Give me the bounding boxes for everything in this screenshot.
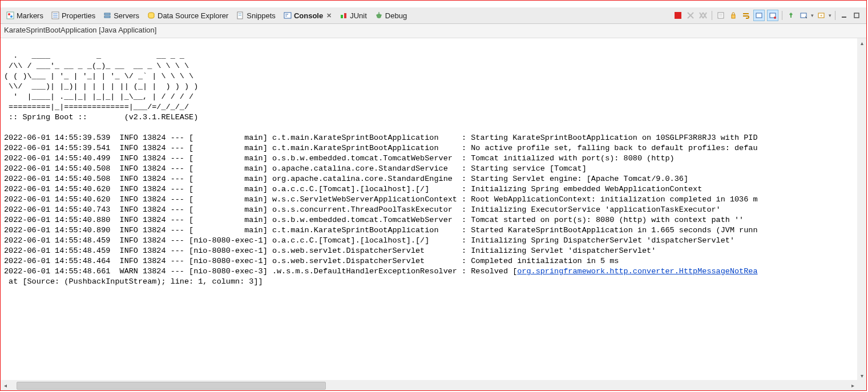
svg-rect-16 — [341, 15, 343, 18]
tab-debug[interactable]: Debug — [372, 10, 410, 21]
console-viewport[interactable]: . ____ _ __ _ _ /\\ / ___'_ __ _ _(_)_ _… — [1, 38, 857, 380]
tab-label: JUnit — [350, 11, 367, 20]
scroll-lock-button[interactable] — [728, 10, 738, 21]
show-console-on-error-button[interactable] — [767, 10, 778, 21]
svg-rect-13 — [284, 13, 291, 18]
scroll-track[interactable] — [10, 380, 848, 390]
bug-icon — [375, 11, 383, 19]
tab-properties[interactable]: Properties — [48, 10, 99, 21]
servers-icon — [103, 11, 111, 19]
console-output-area: . ____ _ __ _ _ /\\ / ___'_ __ _ _(_)_ _… — [1, 38, 866, 390]
tab-data-source-explorer[interactable]: Data Source Explorer — [144, 10, 232, 21]
svg-point-1 — [8, 13, 10, 15]
remove-launch-button[interactable] — [685, 10, 696, 21]
terminate-button[interactable] — [673, 10, 683, 21]
word-wrap-button[interactable] — [741, 10, 751, 21]
markers-icon — [6, 11, 14, 19]
clear-console-button[interactable] — [716, 10, 726, 21]
eclipse-view-panel: Markers Properties Servers Data Source E… — [0, 0, 867, 391]
scroll-corner — [857, 380, 866, 390]
separator — [835, 11, 835, 20]
svg-rect-22 — [675, 12, 681, 19]
svg-rect-41 — [854, 13, 859, 18]
tab-snippets[interactable]: Snippets — [233, 10, 279, 21]
svg-rect-34 — [756, 13, 762, 18]
scroll-track[interactable] — [857, 47, 866, 371]
dropdown-arrow-icon[interactable]: ▾ — [829, 13, 831, 18]
pin-console-button[interactable] — [786, 10, 796, 21]
tab-label: Data Source Explorer — [158, 11, 228, 20]
tab-markers[interactable]: Markers — [3, 10, 47, 21]
svg-rect-29 — [718, 13, 724, 18]
tab-label: Console — [294, 11, 323, 20]
svg-text:+: + — [820, 13, 823, 18]
show-console-on-output-button[interactable] — [753, 10, 765, 21]
horizontal-scrollbar[interactable]: ◂ ▸ — [1, 380, 857, 390]
svg-point-2 — [10, 15, 13, 18]
console-text[interactable]: . ____ _ __ _ _ /\\ / ___'_ __ _ _(_)_ _… — [1, 38, 857, 289]
tab-servers[interactable]: Servers — [100, 10, 143, 21]
console-toolbar: ▾ + ▾ — [673, 10, 864, 21]
view-tab-bar: Markers Properties Servers Data Source E… — [1, 7, 866, 24]
tab-label: Servers — [114, 11, 139, 20]
tab-label: Snippets — [247, 11, 276, 20]
console-icon — [284, 11, 292, 19]
database-icon — [147, 11, 155, 19]
properties-icon — [51, 11, 59, 19]
scroll-left-arrow-icon[interactable]: ◂ — [1, 380, 10, 390]
scroll-up-arrow-icon[interactable]: ▴ — [857, 38, 866, 47]
svg-point-18 — [377, 14, 381, 18]
svg-rect-32 — [732, 15, 735, 18]
svg-rect-7 — [104, 13, 110, 15]
vertical-scrollbar[interactable]: ▴ ▾ — [857, 38, 866, 380]
console-process-label: KarateSprintBootApplication [Java Applic… — [1, 24, 866, 38]
tab-junit[interactable]: JUnit — [336, 10, 370, 21]
view-tabs: Markers Properties Servers Data Source E… — [3, 10, 673, 21]
open-console-button[interactable]: + — [816, 10, 826, 21]
scroll-thumb[interactable] — [17, 382, 326, 390]
dropdown-arrow-icon[interactable]: ▾ — [811, 13, 814, 18]
display-selected-console-button[interactable] — [798, 10, 809, 21]
snippets-icon — [236, 11, 244, 19]
scroll-right-arrow-icon[interactable]: ▸ — [848, 380, 857, 390]
svg-point-36 — [774, 17, 776, 19]
remove-all-button[interactable] — [698, 10, 708, 21]
svg-rect-17 — [344, 13, 346, 18]
svg-rect-0 — [7, 12, 14, 19]
close-icon[interactable]: ✕ — [326, 12, 332, 19]
tab-label: Debug — [385, 11, 407, 20]
tab-console[interactable]: Console ✕ — [280, 10, 335, 21]
scroll-down-arrow-icon[interactable]: ▾ — [857, 371, 866, 380]
tab-label: Properties — [62, 11, 95, 20]
minimize-button[interactable] — [839, 10, 849, 21]
separator — [712, 11, 712, 20]
maximize-button[interactable] — [851, 10, 862, 21]
tab-label: Markers — [17, 11, 43, 20]
exception-link[interactable]: org.springframework.http.converter.HttpM… — [517, 267, 757, 276]
junit-icon — [340, 11, 348, 19]
separator — [782, 11, 782, 20]
svg-rect-8 — [104, 16, 110, 18]
